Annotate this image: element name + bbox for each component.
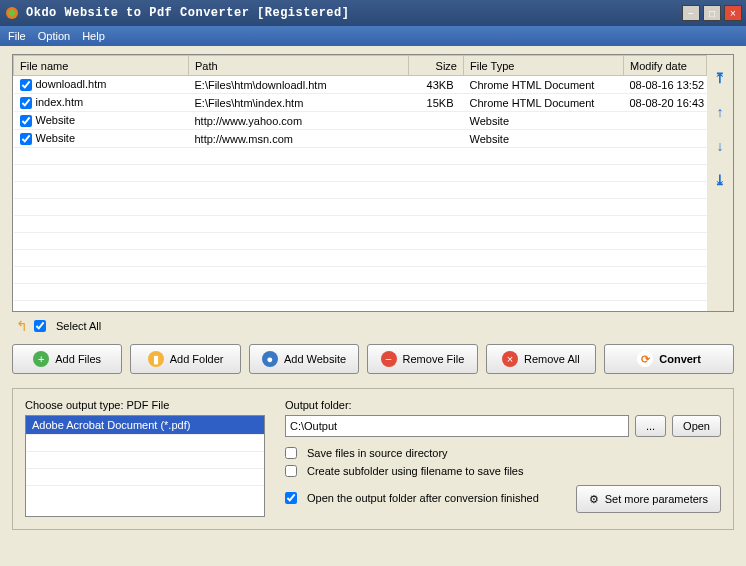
browse-button[interactable]: ...: [635, 415, 666, 437]
output-folder-label: Output folder:: [285, 399, 721, 411]
convert-icon: ⟳: [637, 351, 653, 367]
app-icon: [4, 5, 20, 21]
col-size[interactable]: Size: [409, 56, 464, 76]
menubar: File Option Help: [0, 26, 746, 46]
pdf-file-label: PDF File: [127, 399, 170, 411]
x-icon: ×: [502, 351, 518, 367]
minimize-button[interactable]: −: [682, 5, 700, 21]
row-checkbox[interactable]: [20, 115, 32, 127]
move-up-button[interactable]: ↑: [711, 103, 729, 121]
col-type[interactable]: File Type: [464, 56, 624, 76]
open-after-checkbox[interactable]: [285, 492, 297, 504]
table-row[interactable]: Websitehttp://www.yahoo.comWebsite: [14, 112, 707, 130]
table-header: File name Path Size File Type Modify dat…: [14, 56, 707, 76]
output-folder-input[interactable]: [285, 415, 629, 437]
menu-option[interactable]: Option: [38, 30, 70, 42]
folder-icon: ▮: [148, 351, 164, 367]
gear-icon: ⚙: [589, 493, 599, 506]
create-subfolder-checkbox[interactable]: [285, 465, 297, 477]
convert-button[interactable]: ⟳Convert: [604, 344, 734, 374]
add-files-button[interactable]: +Add Files: [12, 344, 122, 374]
menu-help[interactable]: Help: [82, 30, 105, 42]
select-all-label: Select All: [56, 320, 101, 332]
titlebar: Okdo Website to Pdf Converter [Registere…: [0, 0, 746, 26]
table-row[interactable]: downloadl.htmE:\Files\htm\downloadl.htm4…: [14, 76, 707, 94]
output-type-list[interactable]: Adobe Acrobat Document (*.pdf): [25, 415, 265, 517]
row-checkbox[interactable]: [20, 133, 32, 145]
table-row[interactable]: index.htmE:\Files\htm\index.htm15KBChrom…: [14, 94, 707, 112]
table-row[interactable]: Websitehttp://www.msn.comWebsite: [14, 130, 707, 148]
open-after-label: Open the output folder after conversion …: [307, 492, 539, 504]
remove-all-button[interactable]: ×Remove All: [486, 344, 596, 374]
save-source-label: Save files in source directory: [307, 447, 448, 459]
col-path[interactable]: Path: [189, 56, 409, 76]
open-folder-button[interactable]: Open: [672, 415, 721, 437]
plus-icon: +: [33, 351, 49, 367]
window-title: Okdo Website to Pdf Converter [Registere…: [26, 6, 682, 20]
menu-file[interactable]: File: [8, 30, 26, 42]
more-parameters-button[interactable]: ⚙Set more parameters: [576, 485, 721, 513]
add-folder-button[interactable]: ▮Add Folder: [130, 344, 240, 374]
globe-icon: ●: [262, 351, 278, 367]
reorder-buttons: ⤒ ↑ ↓ ⤓: [707, 55, 733, 311]
maximize-button[interactable]: □: [703, 5, 721, 21]
select-all-checkbox[interactable]: [34, 320, 46, 332]
save-source-checkbox[interactable]: [285, 447, 297, 459]
up-folder-icon[interactable]: ↰: [16, 318, 28, 334]
file-list: File name Path Size File Type Modify dat…: [12, 54, 734, 312]
col-filename[interactable]: File name: [14, 56, 189, 76]
move-bottom-button[interactable]: ⤓: [711, 171, 729, 189]
output-type-item[interactable]: Adobe Acrobat Document (*.pdf): [26, 416, 264, 434]
close-button[interactable]: ×: [724, 5, 742, 21]
row-checkbox[interactable]: [20, 97, 32, 109]
move-top-button[interactable]: ⤒: [711, 69, 729, 87]
add-website-button[interactable]: ●Add Website: [249, 344, 359, 374]
create-subfolder-label: Create subfolder using filename to save …: [307, 465, 523, 477]
row-checkbox[interactable]: [20, 79, 32, 91]
col-date[interactable]: Modify date: [624, 56, 707, 76]
move-down-button[interactable]: ↓: [711, 137, 729, 155]
choose-type-label: Choose output type:: [25, 399, 123, 411]
minus-icon: −: [381, 351, 397, 367]
remove-file-button[interactable]: −Remove File: [367, 344, 477, 374]
